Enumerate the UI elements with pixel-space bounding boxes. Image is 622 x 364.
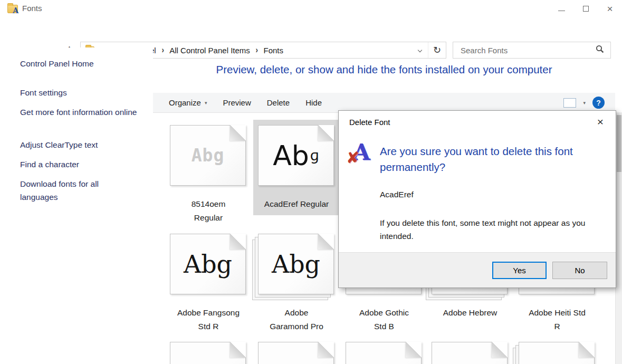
font-tile-label[interactable]: 8514oemRegular — [161, 197, 256, 225]
page-fold-corner — [230, 234, 246, 250]
no-button[interactable]: No — [552, 262, 607, 279]
breadcrumb-chevron-icon: › — [161, 45, 164, 55]
font-file-icon — [432, 342, 508, 364]
hide-button[interactable]: Hide — [305, 98, 322, 107]
minimize-button[interactable] — [549, 0, 573, 17]
page-fold-corner — [492, 342, 508, 358]
sidebar-item-find-a-character[interactable]: Find a character — [20, 158, 137, 171]
yes-button[interactable]: Yes — [492, 262, 547, 279]
preview-button[interactable]: Preview — [223, 98, 251, 107]
sidebar-item-adjust-cleartype-text[interactable]: Adjust ClearType text — [20, 138, 137, 151]
dialog-close-button[interactable]: × — [592, 114, 608, 130]
font-file-icon: Abg — [170, 234, 246, 294]
organize-menu-button[interactable]: Organize ▾ — [169, 98, 207, 107]
breadcrumb-chevron-icon: › — [255, 45, 258, 55]
font-file-icon: Abg — [170, 125, 246, 186]
font-preview-text: Abg — [184, 250, 232, 279]
view-dropdown-button[interactable]: ▾ — [583, 100, 586, 106]
font-tile-label[interactable]: AdobeGaramond Pro — [249, 306, 344, 333]
search-input[interactable] — [453, 46, 596, 55]
search-box — [453, 42, 611, 59]
sidebar-item-control-panel-home[interactable]: Control Panel Home — [20, 57, 137, 70]
font-tile[interactable] — [519, 342, 596, 364]
delete-button[interactable]: Delete — [267, 98, 290, 107]
font-tile-label[interactable]: Adobe FangsongStd R — [161, 306, 256, 333]
font-tile[interactable] — [170, 342, 247, 364]
search-icon[interactable] — [596, 45, 604, 55]
navigation-bar: ← → ↑ A › Control Panel › All Control Pa… — [0, 17, 622, 47]
font-tile[interactable]: Abg — [170, 125, 247, 187]
close-icon: × — [607, 4, 613, 14]
refresh-button[interactable]: ↻ — [428, 42, 446, 58]
dialog-footer: Yes No — [339, 252, 616, 288]
breadcrumb-item-fonts[interactable]: Fonts — [263, 46, 283, 55]
sidebar: Control Panel Home Font settingsGet more… — [0, 47, 153, 364]
font-tile-label[interactable]: AcadEref Regular — [249, 197, 344, 211]
window-title: Fonts — [22, 4, 42, 13]
maximize-icon — [583, 6, 589, 12]
font-preview-text: Abg — [272, 250, 320, 279]
font-file-icon — [346, 342, 422, 364]
page-fold-corner — [230, 342, 246, 358]
dialog-font-name: AcadEref — [380, 190, 414, 199]
font-preview-text: Abg — [192, 145, 225, 166]
page-fold-corner — [579, 342, 595, 358]
page-fold-corner — [318, 234, 334, 250]
font-file-icon: Abɡ — [258, 125, 334, 186]
font-preview-text: Ab — [273, 140, 309, 171]
address-dropdown-button[interactable] — [412, 42, 428, 58]
minimize-icon — [558, 11, 565, 11]
change-view-button[interactable] — [563, 98, 576, 108]
font-tile[interactable]: Abɡ — [258, 125, 335, 187]
font-file-icon — [258, 342, 334, 364]
font-tile[interactable] — [258, 342, 335, 364]
sidebar-item-download-fonts-for-all-languages[interactable]: Download fonts for all languages — [20, 177, 137, 204]
page-fold-corner — [230, 125, 246, 141]
font-tile[interactable]: Abg — [258, 234, 335, 295]
chevron-down-icon: ▾ — [205, 100, 207, 106]
sidebar-item-get-more-font-information-online[interactable]: Get more font information online — [20, 106, 137, 119]
page-fold-corner — [318, 125, 334, 141]
organize-label: Organize — [169, 98, 201, 107]
page-fold-corner — [318, 342, 334, 358]
chevron-down-icon — [418, 48, 422, 52]
maximize-button[interactable] — [573, 0, 598, 17]
font-tile-label[interactable]: Adobe Heiti StdR — [510, 306, 605, 333]
dialog-warning-text: If you delete this font, some text might… — [380, 216, 608, 243]
font-tile[interactable] — [346, 342, 423, 364]
fonts-window: A Fonts × ← → ↑ A › Control Panel › All … — [0, 0, 622, 364]
font-tile[interactable] — [432, 342, 509, 364]
close-button[interactable]: × — [598, 0, 622, 17]
breadcrumb-item-all-control-panel-items[interactable]: All Control Panel Items — [169, 46, 250, 55]
scrollbar-thumb[interactable] — [617, 115, 621, 172]
font-file-icon — [170, 342, 246, 364]
dialog-title: Delete Font — [349, 118, 390, 127]
fonts-folder-icon: A — [7, 3, 18, 14]
font-file-icon: Abg — [258, 234, 334, 294]
font-tile-label[interactable]: Adobe GothicStd B — [337, 306, 432, 333]
font-file-icon — [519, 342, 595, 364]
titlebar: A Fonts × — [0, 0, 622, 17]
font-preview-text-small: ɡ — [310, 147, 319, 164]
help-button[interactable]: ? — [592, 97, 605, 109]
page-fold-corner — [406, 342, 422, 358]
close-icon: × — [597, 116, 604, 128]
dialog-question: Are you sure you want to delete this fon… — [380, 143, 596, 175]
delete-font-dialog: Delete Font × A ✘ Are you sure you want … — [338, 110, 616, 288]
font-tile-label[interactable]: Adobe Hebrew — [423, 306, 518, 320]
page-title: Preview, delete, or show and hide the fo… — [153, 63, 615, 76]
font-tile[interactable]: Abg — [170, 234, 247, 295]
delete-font-icon: A ✘ — [348, 141, 374, 168]
sidebar-item-font-settings[interactable]: Font settings — [20, 86, 137, 99]
